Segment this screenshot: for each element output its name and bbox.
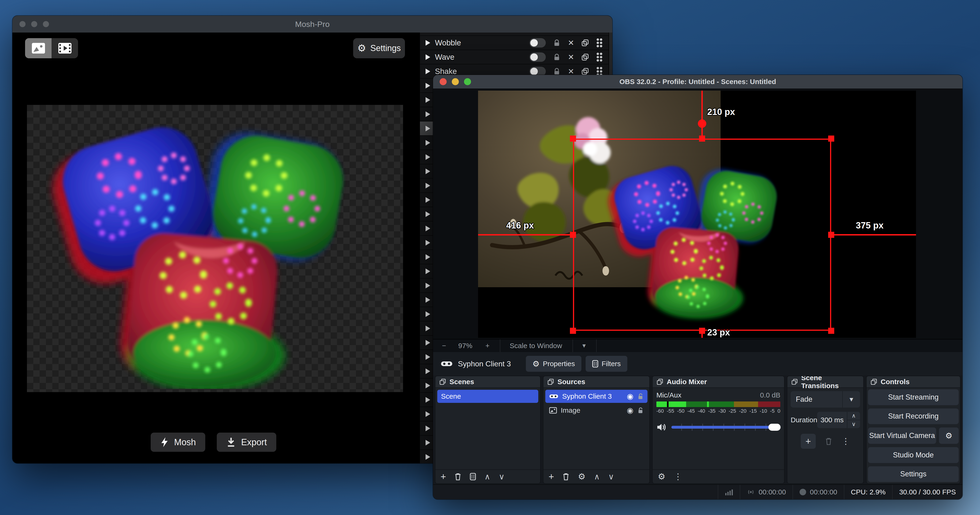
source-properties-button[interactable]: ⚙ xyxy=(578,472,585,481)
scale-dropdown-caret-icon[interactable]: ▼ xyxy=(581,342,587,349)
lock-icon[interactable] xyxy=(553,39,561,47)
controls-dock-header[interactable]: Controls xyxy=(867,376,960,388)
duration-decrement-button[interactable]: ∨ xyxy=(847,420,860,428)
move-scene-down-button[interactable]: ∨ xyxy=(499,472,504,481)
volume-slider-knob[interactable] xyxy=(768,424,781,431)
obs-traffic-lights[interactable] xyxy=(440,78,471,85)
remove-source-button[interactable] xyxy=(562,473,570,480)
transitions-dock-header[interactable]: Scene Transitions xyxy=(788,376,863,388)
expand-triangle-icon[interactable] xyxy=(426,268,430,274)
visibility-eye-icon[interactable]: ◉ xyxy=(627,406,633,415)
mixer-menu-button[interactable]: ⋮ xyxy=(674,472,682,482)
remove-scene-button[interactable] xyxy=(454,473,461,480)
move-source-up-button[interactable]: ∧ xyxy=(594,472,600,481)
start-recording-button[interactable]: Start Recording xyxy=(868,409,959,425)
mode-segmented-control[interactable] xyxy=(25,38,78,58)
resize-handle-bottom-right[interactable] xyxy=(828,328,834,334)
settings-button[interactable]: Settings xyxy=(868,466,959,482)
advanced-audio-button[interactable]: ⚙ xyxy=(658,472,665,481)
expand-triangle-icon[interactable] xyxy=(426,183,430,189)
expand-triangle-icon[interactable] xyxy=(426,254,430,260)
add-scene-button[interactable]: + xyxy=(441,472,446,481)
mosh-button[interactable]: Mosh xyxy=(151,433,205,452)
drag-handle-icon[interactable] xyxy=(596,38,603,48)
lock-icon[interactable] xyxy=(553,67,561,75)
effect-row[interactable]: Wobble✕ xyxy=(420,36,612,50)
expand-triangle-icon[interactable] xyxy=(426,340,430,345)
start-virtual-camera-button[interactable]: Start Virtual Camera xyxy=(868,428,936,444)
expand-triangle-icon[interactable] xyxy=(426,126,430,132)
expand-triangle-icon[interactable] xyxy=(426,311,430,317)
resize-handle-bottom-left[interactable] xyxy=(570,328,576,334)
expand-triangle-icon[interactable] xyxy=(426,97,430,103)
filters-button[interactable]: Filters xyxy=(585,356,627,372)
effect-enable-toggle[interactable] xyxy=(529,52,546,62)
expand-triangle-icon[interactable] xyxy=(426,197,430,203)
lock-open-icon[interactable] xyxy=(637,393,644,400)
duration-spinner[interactable]: 300 ms ∧ ∨ xyxy=(817,412,860,428)
lock-icon[interactable] xyxy=(553,53,561,61)
expand-triangle-icon[interactable] xyxy=(426,140,430,146)
expand-triangle-icon[interactable] xyxy=(426,83,430,89)
sources-dock-header[interactable]: Sources xyxy=(543,376,649,388)
transition-select[interactable]: Fade ▼ xyxy=(791,391,860,407)
obs-titlebar[interactable]: OBS 32.0.2 - Profile: Untitled - Scenes:… xyxy=(433,75,963,89)
expand-triangle-icon[interactable] xyxy=(426,68,430,74)
expand-triangle-icon[interactable] xyxy=(426,40,430,46)
moshpro-titlebar[interactable]: Mosh-Pro xyxy=(13,16,612,33)
add-transition-button[interactable]: + xyxy=(801,434,816,449)
source-selection-rect[interactable] xyxy=(573,139,831,331)
move-source-down-button[interactable]: ∨ xyxy=(608,472,614,481)
moshpro-preview-canvas[interactable] xyxy=(27,105,403,392)
expand-triangle-icon[interactable] xyxy=(426,411,430,417)
delete-effect-icon[interactable]: ✕ xyxy=(568,53,574,62)
zoom-out-button[interactable]: − xyxy=(442,342,446,350)
expand-triangle-icon[interactable] xyxy=(426,54,430,60)
close-icon[interactable] xyxy=(440,78,447,85)
duplicate-icon[interactable] xyxy=(581,67,589,75)
resize-handle-top-right[interactable] xyxy=(828,136,834,142)
expand-triangle-icon[interactable] xyxy=(426,211,430,217)
duplicate-icon[interactable] xyxy=(581,53,589,61)
expand-triangle-icon[interactable] xyxy=(426,297,430,303)
properties-button[interactable]: ⚙ Properties xyxy=(526,356,581,372)
transition-menu-button[interactable]: ⋮ xyxy=(842,436,850,446)
moshpro-traffic-lights[interactable] xyxy=(19,21,49,27)
expand-triangle-icon[interactable] xyxy=(426,440,430,445)
video-mode-tab[interactable] xyxy=(52,38,78,58)
export-button[interactable]: Export xyxy=(217,433,276,452)
expand-triangle-icon[interactable] xyxy=(426,226,430,231)
expand-triangle-icon[interactable] xyxy=(426,454,430,460)
drag-handle-icon[interactable] xyxy=(596,52,603,62)
expand-triangle-icon[interactable] xyxy=(426,354,430,360)
source-list-item[interactable]: Syphon Client 3◉ xyxy=(545,390,648,403)
expand-triangle-icon[interactable] xyxy=(426,426,430,431)
expand-triangle-icon[interactable] xyxy=(426,326,430,331)
expand-triangle-icon[interactable] xyxy=(426,154,430,160)
expand-triangle-icon[interactable] xyxy=(426,397,430,402)
zoom-in-button[interactable]: + xyxy=(485,342,490,350)
zoom-icon[interactable] xyxy=(464,78,471,85)
virtual-camera-settings-button[interactable]: ⚙ xyxy=(939,428,959,444)
source-list-item[interactable]: Image◉ xyxy=(545,404,648,417)
expand-triangle-icon[interactable] xyxy=(426,368,430,374)
resize-handle-top-left[interactable] xyxy=(570,136,576,142)
expand-triangle-icon[interactable] xyxy=(426,111,430,117)
duplicate-icon[interactable] xyxy=(581,39,589,47)
speaker-icon[interactable] xyxy=(656,423,667,432)
scene-list-item[interactable]: Scene xyxy=(437,390,538,403)
studio-mode-button[interactable]: Studio Mode xyxy=(868,447,959,463)
delete-effect-icon[interactable]: ✕ xyxy=(568,38,574,47)
effect-enable-toggle[interactable] xyxy=(529,38,546,48)
start-streaming-button[interactable]: Start Streaming xyxy=(868,389,959,405)
volume-slider[interactable] xyxy=(671,424,780,431)
expand-triangle-icon[interactable] xyxy=(426,283,430,288)
settings-button[interactable]: ⚙ Settings xyxy=(353,38,405,58)
effect-row[interactable]: Wave✕ xyxy=(420,50,612,64)
expand-triangle-icon[interactable] xyxy=(426,168,430,174)
audio-mixer-dock-header[interactable]: Audio Mixer xyxy=(652,376,784,388)
scale-mode-label[interactable]: Scale to Window xyxy=(510,342,562,350)
scene-filters-button[interactable] xyxy=(470,473,476,480)
minimize-icon[interactable] xyxy=(452,78,459,85)
remove-transition-button[interactable] xyxy=(825,437,832,445)
